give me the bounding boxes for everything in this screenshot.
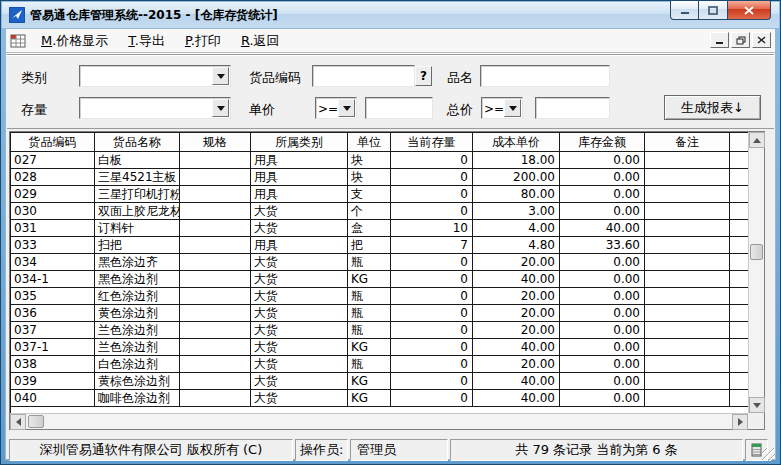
item-code-input[interactable]	[313, 67, 414, 87]
maximize-icon	[708, 6, 718, 15]
table-cell	[180, 203, 251, 220]
mdi-minimize-button[interactable]	[710, 32, 729, 48]
table-cell: 大货	[251, 339, 348, 356]
window-title: 管易通仓库管理系统--2015 - [仓库存货统计]	[30, 7, 278, 24]
scroll-up-button[interactable]	[749, 132, 765, 148]
column-header[interactable]: 单位	[348, 133, 391, 152]
table-cell: 034	[11, 254, 95, 271]
table-row[interactable]: 028三星4521主板用具块0200.000.00	[11, 169, 748, 186]
unit-price-field[interactable]	[365, 97, 433, 119]
chevron-down-icon	[217, 74, 225, 79]
vertical-scroll-thumb[interactable]	[750, 244, 763, 260]
table-cell: 10	[391, 220, 473, 237]
menu-hotkey: M	[41, 33, 52, 48]
unit-price-dropdown-button[interactable]	[338, 99, 355, 117]
item-name-input[interactable]	[481, 67, 609, 87]
table-cell: 0	[391, 271, 473, 288]
trailing-cell	[730, 390, 748, 407]
table-cell: 0.00	[560, 305, 645, 322]
table-row[interactable]: 034-1黑色涂边剂大货KG040.000.00	[11, 271, 748, 288]
table-cell: KG	[348, 271, 391, 288]
table-cell: 80.00	[473, 186, 560, 203]
column-header[interactable]: 当前存量	[391, 133, 473, 152]
table-row[interactable]: 030双面上胶尼龙材大货个03.000.00	[11, 203, 748, 220]
table-cell	[645, 271, 730, 288]
table-row[interactable]: 040咖啡色涂边剂大货KG040.000.00	[11, 390, 748, 407]
table-cell	[645, 305, 730, 322]
menu-item-price-display[interactable]: M.价格显示	[34, 30, 115, 52]
table-row[interactable]: 035红色涂边剂大货瓶020.000.00	[11, 288, 748, 305]
menu-item-print[interactable]: P.打印	[178, 30, 228, 52]
stock-combobox[interactable]	[79, 97, 231, 119]
unit-price-input[interactable]	[366, 99, 432, 119]
minimize-button[interactable]	[670, 1, 699, 20]
table-cell	[645, 373, 730, 390]
total-price-operator: >=	[482, 100, 506, 118]
client-area: M.价格显示 T.导出 P.打印 R.返回 类别	[5, 28, 776, 460]
table-row[interactable]: 037兰色涂边剂大货瓶020.000.00	[11, 322, 748, 339]
trailing-cell	[730, 271, 748, 288]
resize-grip[interactable]	[762, 448, 775, 461]
table-cell: 大货	[251, 254, 348, 271]
table-row[interactable]: 029三星打印机打粉用具支080.000.00	[11, 186, 748, 203]
menu-item-export[interactable]: T.导出	[121, 30, 172, 52]
stock-dropdown-button[interactable]	[212, 99, 229, 117]
total-price-dropdown-button[interactable]	[504, 99, 521, 117]
table-cell: 0	[391, 305, 473, 322]
table-cell: 040	[11, 390, 95, 407]
scroll-right-button[interactable]	[732, 414, 748, 430]
close-button[interactable]	[728, 1, 771, 20]
generate-report-button[interactable]: 生成报表↓	[664, 95, 761, 120]
table-row[interactable]: 034黑色涂边齐大货瓶020.000.00	[11, 254, 748, 271]
column-header[interactable]: 库存金额	[560, 133, 645, 152]
table-row[interactable]: 027白板用具块018.000.00	[11, 152, 748, 169]
item-name-field[interactable]	[480, 65, 610, 87]
column-header[interactable]: 货品编码	[11, 133, 95, 152]
item-code-field[interactable]	[312, 65, 415, 87]
maximize-button[interactable]	[699, 1, 728, 20]
scroll-left-button[interactable]	[10, 414, 26, 430]
unit-price-operator-combobox[interactable]: >=	[315, 97, 357, 119]
table-row[interactable]: 037-1兰色涂边剂大货KG040.000.00	[11, 339, 748, 356]
table-cell: KG	[348, 339, 391, 356]
table-cell	[180, 271, 251, 288]
table-row[interactable]: 038白色涂边剂大货瓶020.000.00	[11, 356, 748, 373]
horizontal-scrollbar[interactable]	[10, 413, 748, 429]
column-header[interactable]: 货品名称	[95, 133, 180, 152]
total-price-field[interactable]	[535, 97, 610, 119]
column-header[interactable]: 规格	[180, 133, 251, 152]
grid-document-icon	[10, 34, 26, 48]
column-header[interactable]: 所属类别	[251, 133, 348, 152]
table-cell	[645, 390, 730, 407]
category-dropdown-button[interactable]	[212, 67, 229, 85]
table-cell: 20.00	[473, 305, 560, 322]
menu-item-return[interactable]: R.返回	[234, 30, 287, 52]
chevron-down-icon	[217, 106, 225, 111]
table-cell: 0.00	[560, 169, 645, 186]
mdi-restore-button[interactable]	[731, 32, 750, 48]
column-header[interactable]: 成本单价	[473, 133, 560, 152]
status-bar: 深圳管易通软件有限公司 版权所有 (C) 操作员: 管理员 共 79 条记录 当…	[6, 439, 775, 461]
item-code-lookup-button[interactable]: ?	[415, 66, 432, 86]
total-price-input[interactable]	[536, 99, 609, 119]
vertical-scrollbar[interactable]	[748, 132, 764, 413]
column-header[interactable]: 备注	[645, 133, 730, 152]
category-combobox[interactable]	[79, 65, 231, 87]
table-cell: 用具	[251, 186, 348, 203]
table-row[interactable]: 031订料针大货盒104.0040.00	[11, 220, 748, 237]
table-cell	[180, 305, 251, 322]
table-row[interactable]: 036黄色涂边剂大货瓶020.000.00	[11, 305, 748, 322]
mdi-close-button[interactable]	[752, 32, 771, 48]
table-cell: 红色涂边剂	[95, 288, 180, 305]
arrow-left-icon	[16, 418, 21, 426]
table-cell: 0	[391, 356, 473, 373]
horizontal-scroll-thumb[interactable]	[28, 415, 44, 428]
trailing-column-header	[730, 133, 748, 152]
table-cell	[180, 356, 251, 373]
scroll-down-button[interactable]	[749, 397, 765, 413]
trailing-cell	[730, 203, 748, 220]
table-row[interactable]: 033扫把用具把74.8033.60	[11, 237, 748, 254]
close-icon	[744, 6, 754, 15]
table-row[interactable]: 039黄棕色涂边剂大货KG040.000.00	[11, 373, 748, 390]
total-price-operator-combobox[interactable]: >=	[481, 97, 523, 119]
